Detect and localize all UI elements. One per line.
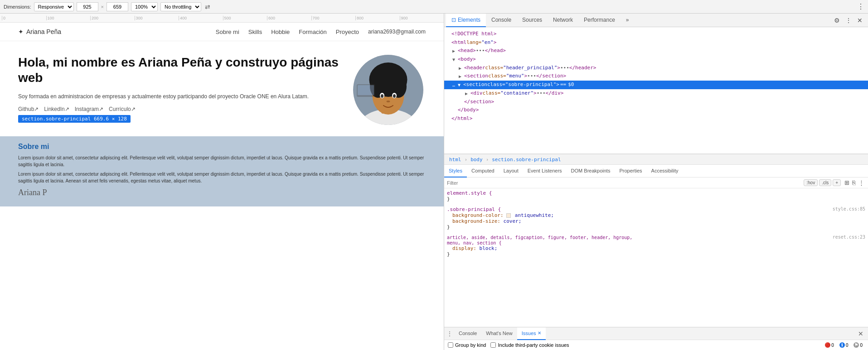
height-input[interactable]	[107, 2, 128, 11]
nav-skills[interactable]: Skills	[248, 29, 262, 35]
group-by-kind-label: Group by kind	[455, 342, 486, 348]
breadcrumb-body[interactable]: body	[469, 156, 484, 163]
tab-accessibility[interactable]: Accessibility	[647, 165, 683, 177]
issues-indicator: ✕	[538, 331, 541, 336]
nav-proyecto[interactable]: Proyecto	[336, 29, 359, 35]
css-prop-display: display: block;	[447, 245, 865, 251]
tab-properties[interactable]: Properties	[615, 165, 646, 177]
color-swatch-antiquewhite[interactable]	[506, 213, 511, 218]
tree-line-html[interactable]: <html lang="en">	[444, 38, 868, 47]
breadcrumb-section[interactable]: section.sobre-principal	[490, 156, 562, 163]
hero-link-instagram[interactable]: Instagram↗	[75, 106, 103, 112]
tab-styles[interactable]: Styles	[444, 165, 467, 177]
element-tooltip: section.sobre-principal 669.6 × 128	[18, 115, 131, 123]
devtools-panel: ⊡ Elements Console Sources Network Perfo…	[444, 14, 868, 350]
nav-hobbie[interactable]: Hobbie	[271, 29, 290, 35]
tab-network[interactable]: Network	[548, 14, 578, 27]
bottom-close-button[interactable]: ✕	[856, 329, 865, 338]
tree-line-body-close[interactable]: </body>	[444, 106, 868, 115]
tree-line-html-close[interactable]: </html>	[444, 115, 868, 123]
filter-icons: ⊞ ⎘ ⋮	[844, 179, 865, 187]
tooltip-text: section.sobre-principal 669.6 × 128	[22, 116, 127, 122]
tab-performance[interactable]: Performance	[578, 14, 621, 27]
bottom-options-icon[interactable]: ⋮	[447, 331, 452, 337]
new-style-rule-icon[interactable]: ⊞	[844, 179, 850, 187]
dimensions-label: Dimensions:	[4, 4, 31, 10]
hov-button[interactable]: :hov	[804, 179, 818, 186]
css-source-style[interactable]: style.css:85	[833, 206, 865, 211]
group-by-kind-input[interactable]	[448, 342, 453, 348]
rotate-icon[interactable]: ⇄	[204, 2, 211, 11]
nav-formacion[interactable]: Formación	[299, 29, 326, 35]
filter-tags: :hov .cls +	[804, 179, 841, 186]
error-icon-blue: ℹ	[839, 342, 845, 348]
width-input[interactable]	[77, 2, 98, 11]
tree-line-section-menu[interactable]: ▶ <section class="menu"> ••• </section>	[444, 72, 868, 81]
tab-console-bottom[interactable]: Console	[454, 327, 481, 340]
devtools-close-icon[interactable]: ✕	[855, 16, 864, 25]
tab-more[interactable]: »	[621, 14, 635, 27]
include-third-party-input[interactable]	[490, 342, 496, 348]
tree-line-doctype[interactable]: <!DOCTYPE html>	[444, 30, 868, 38]
css-selector-element: element.style {	[447, 190, 492, 196]
responsive-select[interactable]: Responsive	[34, 2, 74, 11]
tab-sources[interactable]: Sources	[517, 14, 548, 27]
tab-event-listeners[interactable]: Event Listeners	[523, 165, 567, 177]
tab-dom-breakpoints[interactable]: DOM Breakpoints	[567, 165, 615, 177]
tab-layout[interactable]: Layout	[499, 165, 523, 177]
svg-rect-14	[358, 85, 374, 95]
cls-button[interactable]: .cls	[819, 179, 831, 186]
hero-title: Hola, mi nombre es Ariana Peña y constru…	[18, 55, 344, 85]
zoom-select[interactable]: 100%	[131, 2, 158, 11]
css-prop-bg-size: background-size: cover;	[447, 218, 865, 224]
css-rule-reset: article, aside, details, figcaption, fig…	[447, 235, 865, 257]
hero-link-linkedin[interactable]: LinkedIn↗	[44, 106, 69, 112]
error-count-blue: 0	[846, 343, 849, 348]
hero-link-github[interactable]: Github↗	[18, 106, 39, 112]
tab-elements[interactable]: ⊡ Elements	[446, 14, 486, 27]
copy-styles-icon[interactable]: ⎘	[851, 179, 857, 187]
hero-avatar	[353, 55, 426, 132]
tab-console[interactable]: Console	[486, 14, 517, 27]
nav-email[interactable]: ariana2693@gmail.com	[368, 29, 426, 35]
hero-link-curriculo[interactable]: Currículo↗	[109, 106, 136, 112]
css-rules: element.style { } .sobre-principal { sty…	[444, 188, 868, 327]
x-separator: ×	[101, 4, 104, 10]
tree-line-section-close[interactable]: </section>	[444, 98, 868, 106]
settings-icon[interactable]: ⚙	[832, 16, 842, 25]
include-third-party-checkbox[interactable]: Include third-party cookie issues	[490, 342, 569, 348]
nav-sobre[interactable]: Sobre mi	[216, 29, 239, 35]
about-text2: Lorem ipsum dolor sit amet, consectetur …	[18, 171, 426, 184]
tab-whats-new[interactable]: What's New	[481, 327, 517, 340]
error-count-red: 0	[831, 343, 834, 348]
styles-sub-tabs: Styles Computed Layout Event Listeners D…	[444, 165, 868, 177]
style-more-icon[interactable]: ⋮	[858, 179, 865, 187]
toolbar-more-icon[interactable]: ⋮	[857, 2, 864, 11]
error-badge-blue: ℹ 0	[838, 342, 850, 348]
throttle-select[interactable]: No throttling	[160, 2, 201, 11]
tree-line-section-sobre[interactable]: … ▼ <section class="sobre-principal"> ==…	[444, 81, 868, 89]
svg-point-12	[387, 101, 390, 102]
avatar-svg	[353, 55, 423, 125]
css-source-reset[interactable]: reset.css:23	[833, 235, 865, 240]
bottom-panel: ⋮ Console What's New Issues ✕ ✕ Group by…	[444, 327, 868, 350]
error-icon-grey: ⚑	[853, 342, 859, 348]
hero-links: Github↗ LinkedIn↗ Instagram↗ Currículo↗	[18, 106, 344, 112]
tree-line-head[interactable]: ▶ <head> ••• </head>	[444, 47, 868, 55]
plus-button[interactable]: +	[833, 179, 841, 186]
tab-issues[interactable]: Issues ✕	[517, 327, 546, 340]
tree-line-div-container[interactable]: ▶ <div class="container"> ••• </div>	[444, 89, 868, 98]
tree-line-header[interactable]: ▶ <header class="header_principal"> ••• …	[444, 64, 868, 72]
tab-computed[interactable]: Computed	[467, 165, 499, 177]
filter-input[interactable]	[447, 180, 801, 186]
site-hero-text: Hola, mi nombre es Ariana Peña y constru…	[18, 55, 344, 123]
svg-point-11	[393, 94, 396, 98]
tree-line-body[interactable]: ▼ <body>	[444, 55, 868, 64]
elements-icon: ⊡	[451, 17, 456, 23]
group-by-kind-checkbox[interactable]: Group by kind	[448, 342, 486, 348]
breadcrumb-html[interactable]: html	[448, 156, 463, 163]
devtools-tab-icons: ⚙ ⋮ ✕	[832, 16, 866, 25]
css-prop-bg-color: background-color: antiquewhite;	[447, 212, 865, 218]
devtools-more-icon[interactable]: ⋮	[844, 16, 853, 25]
main-area: 0 100 200 300 400 500 600 700 800 900 ✦ …	[0, 14, 868, 350]
